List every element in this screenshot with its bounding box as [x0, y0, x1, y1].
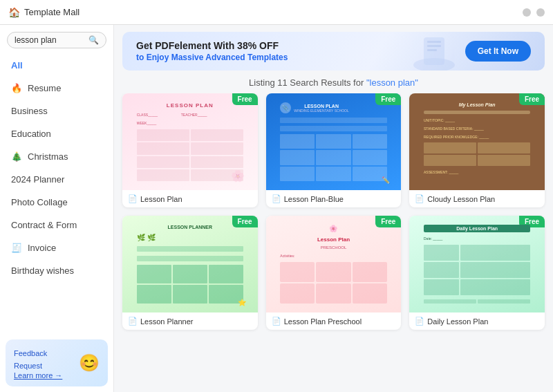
template-card-6[interactable]: Free Daily Lesson Plan Date: _____ — [409, 216, 545, 330]
template-thumb-5: Free 🌸 Lesson Plan PRESCHOOL Activities: — [266, 216, 402, 312]
feedback-emoji: 😊 — [79, 353, 100, 373]
main-layout: 🔍 All 🔥 Resume Business Education 🎄 Chri… — [0, 25, 553, 392]
content-area: Get PDFelement With 38% OFF to Enjoy Mas… — [114, 25, 553, 392]
sidebar-item-business[interactable]: Business — [0, 100, 113, 122]
sidebar: 🔍 All 🔥 Resume Business Education 🎄 Chri… — [0, 25, 114, 392]
template-icon-6: 📄 — [415, 317, 424, 326]
banner: Get PDFelement With 38% OFF to Enjoy Mas… — [122, 32, 545, 71]
sidebar-search-area: 🔍 — [0, 25, 113, 54]
template-icon-3: 📄 — [415, 194, 424, 203]
nav-label-contract: Contract & Form — [11, 220, 77, 230]
template-card-2[interactable]: Free 📎 LESSON PLAN WINDING ELEMENTARY SC… — [266, 93, 402, 207]
nav-label-christmas: Christmas — [28, 151, 68, 162]
feedback-title: Feedback Request — [14, 349, 47, 370]
banner-decoration — [406, 32, 462, 71]
template-name-6: Daily Lesson Plan — [427, 317, 488, 326]
template-name-3: Cloudy Lesson Plan — [427, 195, 495, 203]
banner-title: Get PDFelement With 38% OFF — [136, 40, 288, 51]
get-it-now-button[interactable]: Get It Now — [465, 41, 531, 62]
template-name-4: Lesson Planner — [140, 317, 193, 326]
titlebar-controls — [523, 8, 545, 17]
search-box[interactable]: 🔍 — [7, 32, 106, 48]
close-button[interactable] — [536, 8, 545, 17]
nav-label-planner: 2024 Planner — [11, 174, 64, 185]
template-label-5: 📄 Lesson Plan Preschool — [266, 312, 402, 330]
svg-rect-4 — [427, 49, 437, 51]
banner-text: Get PDFelement With 38% OFF to Enjoy Mas… — [136, 40, 288, 62]
sidebar-item-contract[interactable]: Contract & Form — [0, 214, 113, 236]
nav-label-resume: Resume — [28, 83, 61, 93]
christmas-icon: 🎄 — [11, 151, 22, 162]
template-name-2: Lesson Plan-Blue — [284, 195, 344, 203]
template-icon-1: 📄 — [128, 194, 138, 203]
nav-label-business: Business — [11, 106, 48, 116]
app-icon: 🏠 — [8, 7, 20, 18]
template-thumb-4: Free LESSON PLANNER 🌿 🌿 — [122, 216, 258, 312]
nav-label-birthday: Birthday wishes — [11, 265, 74, 276]
template-name-5: Lesson Plan Preschool — [284, 317, 362, 326]
search-icon[interactable]: 🔍 — [88, 35, 99, 45]
invoice-icon: 🧾 — [11, 243, 22, 253]
nav-label-education: Education — [11, 129, 51, 139]
template-label-1: 📄 Lesson Plan — [122, 190, 258, 207]
svg-rect-2 — [427, 41, 441, 43]
template-icon-4: 📄 — [128, 317, 138, 326]
titlebar: 🏠 Template Mall — [0, 0, 553, 25]
nav-label-all: All — [11, 60, 23, 71]
template-card-4[interactable]: Free LESSON PLANNER 🌿 🌿 — [122, 216, 258, 330]
sidebar-item-resume[interactable]: 🔥 Resume — [0, 77, 113, 100]
sidebar-item-photo-collage[interactable]: Photo Collage — [0, 191, 113, 214]
template-thumb-6: Free Daily Lesson Plan Date: _____ — [409, 216, 545, 312]
template-label-2: 📄 Lesson Plan-Blue — [266, 190, 402, 207]
resume-icon: 🔥 — [11, 83, 22, 93]
feedback-box[interactable]: Feedback Request Learn more → 😊 — [6, 339, 108, 386]
feedback-content: Feedback Request Learn more → — [14, 346, 73, 380]
search-query: "lesson plan" — [366, 77, 418, 88]
template-label-6: 📄 Daily Lesson Plan — [409, 312, 545, 330]
minimize-button[interactable] — [523, 8, 531, 17]
template-label-4: 📄 Lesson Planner — [122, 312, 258, 330]
template-card-5[interactable]: Free 🌸 Lesson Plan PRESCHOOL Activities: — [266, 216, 402, 330]
app-title: Template Mall — [24, 7, 79, 17]
sidebar-item-invoice[interactable]: 🧾 Invoice — [0, 236, 113, 259]
template-name-1: Lesson Plan — [140, 195, 182, 203]
template-icon-2: 📄 — [272, 194, 281, 203]
nav-label-photo-collage: Photo Collage — [11, 197, 68, 207]
template-thumb-2: Free 📎 LESSON PLAN WINDING ELEMENTARY SC… — [266, 93, 402, 190]
sidebar-nav: All 🔥 Resume Business Education 🎄 Christ… — [0, 54, 113, 334]
sidebar-item-planner[interactable]: 2024 Planner — [0, 168, 113, 191]
sidebar-item-christmas[interactable]: 🎄 Christmas — [0, 145, 113, 168]
template-thumb-3: Free My Lesson Plan UNIT/TOPIC: _____ ST… — [409, 93, 545, 190]
banner-highlight: Advanced Templates — [205, 53, 288, 62]
nav-label-invoice: Invoice — [28, 243, 56, 253]
titlebar-left: 🏠 Template Mall — [8, 7, 79, 18]
sidebar-item-education[interactable]: Education — [0, 122, 113, 145]
template-card-1[interactable]: Free LESSON PLAN CLASS_____ TEACHER_____… — [122, 93, 258, 207]
sidebar-item-all[interactable]: All — [0, 54, 113, 77]
feedback-link[interactable]: Learn more → — [14, 371, 73, 380]
template-card-3[interactable]: Free My Lesson Plan UNIT/TOPIC: _____ ST… — [409, 93, 545, 207]
templates-grid: Free LESSON PLAN CLASS_____ TEACHER_____… — [114, 93, 553, 392]
template-thumb-1: Free LESSON PLAN CLASS_____ TEACHER_____… — [122, 93, 258, 190]
banner-subtitle: to Enjoy Massive Advanced Templates — [136, 53, 288, 62]
svg-rect-3 — [427, 45, 441, 47]
results-label: Listing 11 Search Results for "lesson pl… — [114, 77, 553, 88]
sidebar-item-birthday[interactable]: Birthday wishes — [0, 259, 113, 282]
search-input[interactable] — [15, 35, 88, 45]
template-label-3: 📄 Cloudy Lesson Plan — [409, 190, 545, 207]
template-icon-5: 📄 — [272, 317, 281, 326]
